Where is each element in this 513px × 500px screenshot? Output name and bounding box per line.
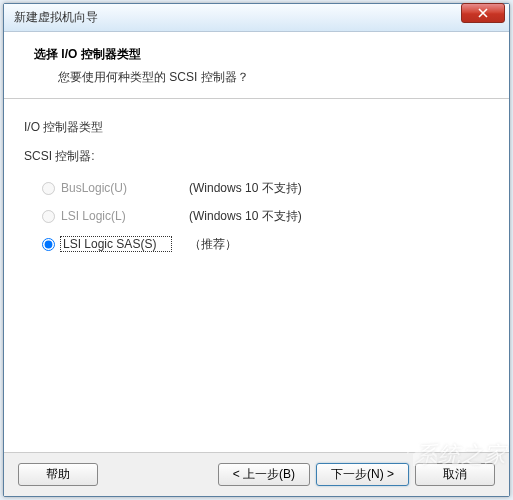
titlebar: 新建虚拟机向导 [4,4,509,32]
radio-note-lsilogicsas: （推荐） [189,236,237,253]
radio-lsilogic [42,210,55,223]
radio-label-lsilogic: LSI Logic(L) [61,209,171,223]
wizard-footer: 帮助 < 上一步(B) 下一步(N) > 取消 [4,452,509,496]
wizard-window: 新建虚拟机向导 选择 I/O 控制器类型 您要使用何种类型的 SCSI 控制器？… [3,3,510,497]
next-button[interactable]: 下一步(N) > [316,463,409,486]
close-icon [478,8,488,18]
radio-label-buslogic: BusLogic(U) [61,181,171,195]
radio-buslogic [42,182,55,195]
close-button[interactable] [461,3,505,23]
wizard-header: 选择 I/O 控制器类型 您要使用何种类型的 SCSI 控制器？ [4,32,509,99]
radio-lsilogicsas[interactable] [42,238,55,251]
radio-label-lsilogicsas[interactable]: LSI Logic SAS(S) [61,237,171,251]
radio-row-lsilogicsas: LSI Logic SAS(S) （推荐） [42,235,489,253]
nav-button-group: < 上一步(B) 下一步(N) > 取消 [218,463,495,486]
scsi-controller-label: SCSI 控制器: [24,148,489,165]
radio-note-buslogic: (Windows 10 不支持) [189,180,302,197]
help-button[interactable]: 帮助 [18,463,98,486]
header-subtitle: 您要使用何种类型的 SCSI 控制器？ [34,69,489,86]
window-title: 新建虚拟机向导 [14,9,505,26]
header-title: 选择 I/O 控制器类型 [34,46,489,63]
io-controller-type-label: I/O 控制器类型 [24,119,489,136]
scsi-radio-group: BusLogic(U) (Windows 10 不支持) LSI Logic(L… [24,179,489,253]
radio-row-buslogic: BusLogic(U) (Windows 10 不支持) [42,179,489,197]
wizard-content: I/O 控制器类型 SCSI 控制器: BusLogic(U) (Windows… [4,99,509,452]
back-button[interactable]: < 上一步(B) [218,463,310,486]
radio-note-lsilogic: (Windows 10 不支持) [189,208,302,225]
cancel-button[interactable]: 取消 [415,463,495,486]
radio-row-lsilogic: LSI Logic(L) (Windows 10 不支持) [42,207,489,225]
